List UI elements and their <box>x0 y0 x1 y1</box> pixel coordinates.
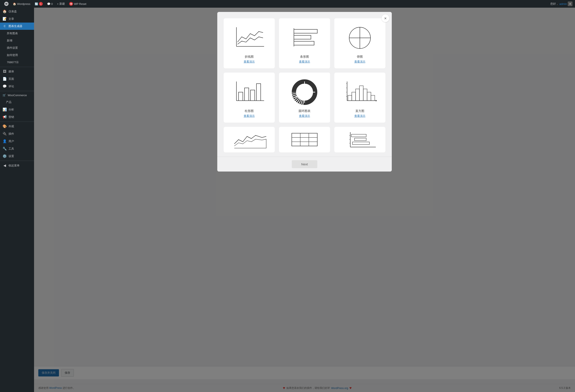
sidebar-item-marketing[interactable]: 📢 营销 <box>0 113 34 121</box>
line-chart-icon-area <box>230 23 268 53</box>
sidebar-item-pluginsettings[interactable]: 插件设置 <box>0 44 34 51</box>
wpreset-item[interactable]: W WP Reset <box>68 0 88 8</box>
line-chart-demo-link[interactable]: 查看演示 <box>244 60 255 63</box>
svg-rect-38 <box>351 134 366 137</box>
plugins-icon: 🔌 <box>2 132 7 136</box>
sidebar-item-products[interactable]: 产品 <box>0 98 34 106</box>
updates-icon: 🔄 <box>35 2 38 5</box>
gantt-chart-icon-area <box>341 131 379 148</box>
sidebar-label-comments: 评论 <box>8 84 14 88</box>
table-chart-svg <box>288 131 322 148</box>
sidebar-item-media[interactable]: 🖼 媒体 <box>0 68 34 75</box>
wp-logo-item[interactable]: W <box>2 0 10 8</box>
sidebar-item-appearance[interactable]: 🎨 外观 <box>0 122 34 130</box>
sidebar-item-tools[interactable]: 🔧 工具 <box>0 145 34 152</box>
sidebar-item-plugins[interactable]: 🔌 插件 <box>0 130 34 138</box>
chart-card-bar[interactable]: 条形图 查看演示 <box>279 18 330 68</box>
sidebar-item-dashboard[interactable]: 🏠 仪表盘 <box>0 8 34 15</box>
svg-rect-8 <box>239 92 243 101</box>
svg-rect-25 <box>352 92 356 101</box>
column-chart-label-area: 柱形图 查看演示 <box>244 109 255 118</box>
modal-content: 折线图 查看演示 <box>217 12 392 157</box>
chartmaker-icon: C <box>2 24 7 28</box>
sidebar-item-comments[interactable]: 💬 评论 <box>0 83 34 90</box>
sidebar-item-howtouse[interactable]: 如何使用 <box>0 51 34 59</box>
comments-icon: 💬 <box>47 2 50 5</box>
column-chart-icon-area <box>230 77 268 107</box>
area-chart-icon-area <box>230 131 268 148</box>
chart-card-area[interactable] <box>224 127 275 152</box>
chart-type-grid: 折线图 查看演示 <box>224 18 385 157</box>
donut-chart-demo-link[interactable]: 查看演示 <box>299 114 310 118</box>
modal-footer: Next <box>217 157 392 172</box>
bar-chart-icon-area <box>285 23 324 53</box>
histogram-chart-label-area: 直方图 查看演示 <box>354 109 365 118</box>
pie-chart-icon-area <box>341 23 379 53</box>
home-icon: 🏠 <box>13 2 16 5</box>
settings-icon: ⚙️ <box>2 154 7 158</box>
svg-rect-4 <box>294 41 314 45</box>
new-label: 新建 <box>59 2 65 6</box>
admin-bar: W 🏠 Wordpress 🔄 1 💬 0 + 新建 W WP Reset 您好… <box>0 0 575 8</box>
bar-chart-svg <box>288 25 322 51</box>
sidebar-item-settings[interactable]: ⚙️ 设置 <box>0 152 34 160</box>
media-icon: 🖼 <box>2 70 7 74</box>
sidebar-label-settings: 设置 <box>8 154 14 158</box>
sidebar-label-pluginsettings: 插件设置 <box>7 46 18 50</box>
updates-item[interactable]: 🔄 1 <box>33 0 45 8</box>
greeting-text: 您好， <box>550 2 559 6</box>
updates-count: 1 <box>39 2 43 6</box>
sidebar-item-newchart[interactable]: 新增 <box>0 37 34 44</box>
column-chart-demo-link[interactable]: 查看演示 <box>244 114 255 118</box>
modal-close-button[interactable]: × <box>382 14 389 22</box>
donut-chart-name: 圆环图表 <box>299 109 311 113</box>
chart-card-column[interactable]: 柱形图 查看演示 <box>224 73 275 122</box>
username-link[interactable]: admin <box>559 2 567 5</box>
histogram-chart-name: 直方图 <box>354 109 365 113</box>
sidebar-item-woocommerce[interactable]: 🛒 WooCommerce <box>0 92 34 98</box>
avatar[interactable]: A <box>568 1 573 6</box>
svg-rect-27 <box>359 86 363 101</box>
sidebar-item-users[interactable]: 👤 用户 <box>0 138 34 145</box>
chart-card-donut[interactable]: 圆环图表 查看演示 <box>279 73 330 122</box>
sidebar-item-analytics[interactable]: 📊 分析 <box>0 106 34 113</box>
comments-item[interactable]: 💬 0 <box>45 0 54 8</box>
bar-chart-name: 条形图 <box>299 55 310 59</box>
sidebar: 🏠 仪表盘 📝 文章 C 图表生成器 所有图表 新增 插件设置 如何使用 768… <box>0 8 34 392</box>
visit-site-item[interactable]: 🏠 Wordpress <box>11 0 32 8</box>
sidebar-item-posts[interactable]: 📝 文章 <box>0 15 34 23</box>
sidebar-label-howtouse: 如何使用 <box>7 53 18 57</box>
histogram-chart-demo-link[interactable]: 查看演示 <box>354 114 365 118</box>
wpreset-icon: W <box>69 2 73 6</box>
sidebar-item-chartmaker[interactable]: C 图表生成器 <box>0 23 34 30</box>
sidebar-label-dashboard: 仪表盘 <box>8 10 17 13</box>
sidebar-label-media: 媒体 <box>8 70 14 74</box>
chart-card-pie[interactable]: 饼图 查看演示 <box>334 18 385 68</box>
pie-chart-label-area: 饼图 查看演示 <box>354 55 365 64</box>
chart-card-histogram[interactable]: 直方图 查看演示 <box>334 73 385 122</box>
bar-chart-demo-link[interactable]: 查看演示 <box>299 60 310 63</box>
chart-card-line[interactable]: 折线图 查看演示 <box>224 18 275 68</box>
visit-site-label: Wordpress <box>17 2 30 5</box>
bar-chart-label-area: 条形图 查看演示 <box>299 55 310 64</box>
sidebar-item-collapse[interactable]: ◀ 收起菜单 <box>0 162 34 169</box>
sidebar-item-allcharts[interactable]: 所有图表 <box>0 30 34 37</box>
histogram-svg <box>343 79 377 105</box>
comments-count: 0 <box>51 2 53 5</box>
sidebar-label-chartmaker: 图表生成器 <box>8 24 22 28</box>
sidebar-label-number: 768677示 <box>7 60 19 64</box>
new-content-item[interactable]: + 新建 <box>55 0 67 8</box>
next-button[interactable]: Next <box>292 160 317 168</box>
pie-chart-svg <box>345 25 375 51</box>
pie-chart-demo-link[interactable]: 查看演示 <box>354 60 365 63</box>
chart-card-table[interactable] <box>279 127 330 152</box>
donut-chart-label-area: 圆环图表 查看演示 <box>299 109 311 118</box>
analytics-icon: 📊 <box>2 107 7 112</box>
dashboard-icon: 🏠 <box>2 9 7 13</box>
chart-card-gantt[interactable] <box>334 127 385 152</box>
sidebar-item-number[interactable]: 768677示 <box>0 59 34 66</box>
admin-bar-right: 您好， admin A <box>550 1 573 6</box>
svg-rect-31 <box>292 133 317 146</box>
sidebar-item-pages[interactable]: 📄 页面 <box>0 75 34 83</box>
woo-icon: 🛒 <box>2 94 6 97</box>
